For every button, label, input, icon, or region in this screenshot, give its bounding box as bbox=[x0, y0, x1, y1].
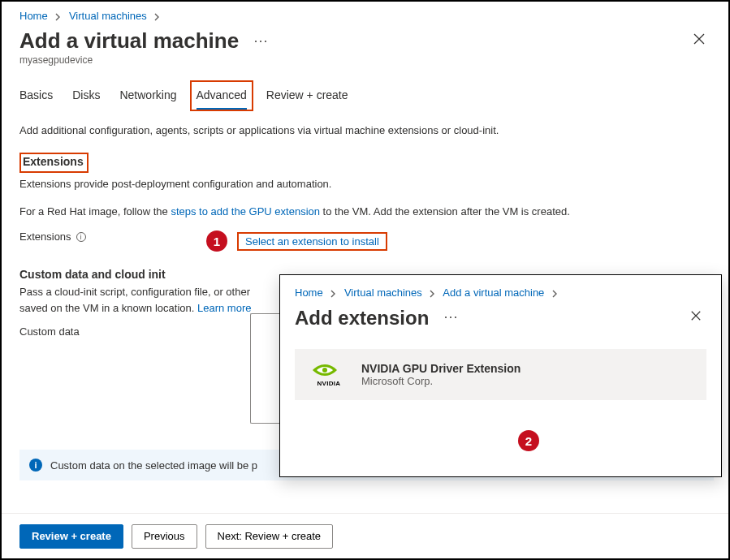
close-icon bbox=[690, 310, 702, 321]
info-icon[interactable]: i bbox=[76, 232, 86, 242]
extension-card-nvidia[interactable]: NVIDIA NVIDIA GPU Driver Extension Micro… bbox=[295, 349, 706, 400]
panel-title: Add extension bbox=[295, 307, 429, 330]
nvidia-logo-icon: NVIDIA bbox=[311, 362, 347, 387]
callout-badge-2: 2 bbox=[518, 430, 539, 451]
extensions-field-label: Extensions i bbox=[19, 230, 206, 243]
info-icon: i bbox=[29, 459, 42, 472]
breadcrumb: Home Virtual machines bbox=[19, 10, 711, 22]
annotation-highlight: Advanced bbox=[190, 80, 253, 111]
panel-breadcrumb: Home Virtual machines Add a virtual mach… bbox=[295, 286, 706, 299]
next-button[interactable]: Next: Review + create bbox=[205, 524, 334, 549]
extensions-heading: Extensions bbox=[23, 155, 84, 168]
tab-networking[interactable]: Networking bbox=[119, 84, 176, 111]
tab-review[interactable]: Review + create bbox=[266, 84, 348, 111]
chevron-right-icon bbox=[154, 10, 160, 22]
page-title: Add a virtual machine bbox=[19, 28, 239, 54]
info-banner-text: Custom data on the selected image will b… bbox=[50, 459, 257, 472]
add-extension-panel: Home Virtual machines Add a virtual mach… bbox=[279, 274, 722, 477]
panel-breadcrumb-vms[interactable]: Virtual machines bbox=[344, 286, 422, 299]
review-create-button[interactable]: Review + create bbox=[19, 524, 123, 549]
extension-name: NVIDIA GPU Driver Extension bbox=[361, 362, 521, 375]
custom-data-heading: Custom data and cloud init bbox=[19, 268, 166, 281]
select-extension-link[interactable]: Select an extension to install bbox=[245, 235, 379, 248]
close-icon bbox=[693, 32, 706, 45]
extension-publisher: Microsoft Corp. bbox=[361, 375, 521, 387]
tab-advanced[interactable]: Advanced bbox=[197, 84, 247, 110]
gpu-steps-link[interactable]: steps to add the GPU extension bbox=[171, 205, 320, 218]
chevron-right-icon bbox=[552, 286, 558, 299]
more-actions-button[interactable]: ⋯ bbox=[247, 32, 274, 50]
extensions-desc: Extensions provide post-deployment confi… bbox=[19, 176, 711, 192]
chevron-right-icon bbox=[55, 10, 61, 22]
panel-breadcrumb-home[interactable]: Home bbox=[295, 286, 323, 299]
panel-close-button[interactable] bbox=[685, 305, 706, 329]
tabs: Basics Disks Networking Advanced Review … bbox=[19, 84, 711, 111]
extensions-redhat-note: For a Red Hat image, follow the steps to… bbox=[19, 204, 711, 220]
annotation-highlight: Extensions bbox=[19, 153, 89, 173]
close-button[interactable] bbox=[688, 28, 711, 53]
svg-point-0 bbox=[322, 368, 327, 373]
annotation-highlight: Select an extension to install bbox=[237, 232, 387, 251]
previous-button[interactable]: Previous bbox=[132, 524, 197, 549]
custom-data-field-label: Custom data bbox=[19, 325, 206, 338]
chevron-right-icon bbox=[430, 286, 435, 299]
tab-description: Add additional configuration, agents, sc… bbox=[19, 124, 711, 136]
breadcrumb-vms[interactable]: Virtual machines bbox=[69, 10, 147, 22]
callout-badge-1: 1 bbox=[206, 230, 227, 252]
tab-disks[interactable]: Disks bbox=[72, 84, 100, 111]
chevron-right-icon bbox=[330, 286, 336, 299]
breadcrumb-home[interactable]: Home bbox=[19, 10, 48, 22]
tab-basics[interactable]: Basics bbox=[19, 84, 53, 111]
panel-more-button[interactable]: ⋯ bbox=[437, 308, 464, 325]
footer-actions: Review + create Previous Next: Review + … bbox=[2, 513, 728, 558]
learn-more-link[interactable]: Learn more bbox=[197, 302, 251, 314]
panel-breadcrumb-addvm[interactable]: Add a virtual machine bbox=[443, 286, 544, 299]
page-subtitle: myasegpudevice bbox=[19, 54, 711, 66]
custom-data-textarea[interactable] bbox=[250, 313, 281, 424]
